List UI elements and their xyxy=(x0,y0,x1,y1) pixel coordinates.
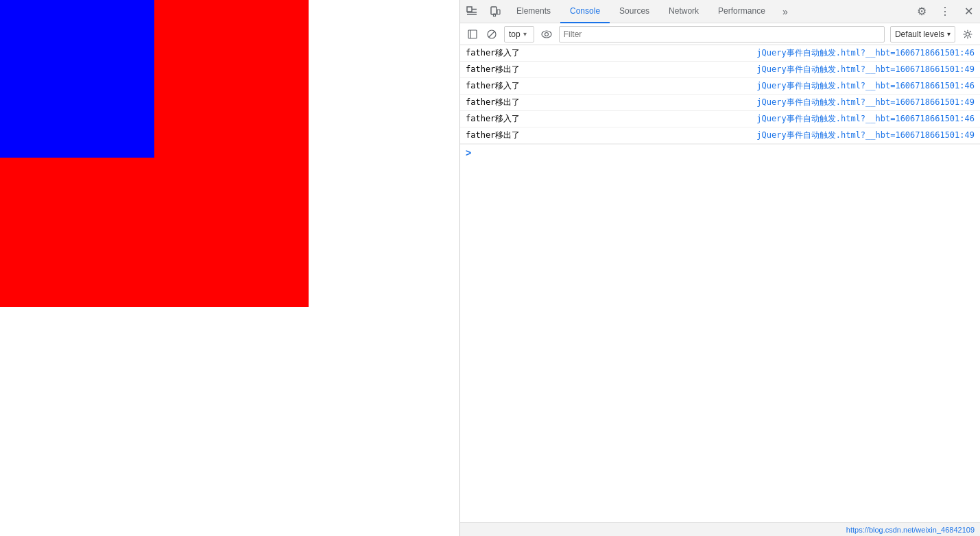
log-source[interactable]: jQuery事件自动触发.html?__hbt=1606718661501:46 xyxy=(756,113,980,125)
svg-rect-0 xyxy=(467,7,472,12)
log-message: father移出了 xyxy=(466,130,756,141)
log-message: father移入了 xyxy=(466,47,756,59)
svg-rect-4 xyxy=(491,7,497,14)
log-row: father移入了jQuery事件自动触发.html?__hbt=1606718… xyxy=(460,78,980,95)
tab-network[interactable]: Network xyxy=(659,0,708,23)
inspect-icon[interactable] xyxy=(460,0,483,23)
devtools-panel: Elements Console Sources Network Perform… xyxy=(459,0,980,536)
log-row: father移出了jQuery事件自动触发.html?__hbt=1606718… xyxy=(460,62,980,78)
log-row: father移入了jQuery事件自动触发.html?__hbt=1606718… xyxy=(460,45,980,62)
devtools-toolbar: Elements Console Sources Network Perform… xyxy=(460,0,980,23)
devtools-more-options-button[interactable]: ⋮ xyxy=(933,0,957,23)
log-message: father移入了 xyxy=(466,80,756,92)
tab-sources[interactable]: Sources xyxy=(610,0,659,23)
devtools-right-icons: ⚙ ⋮ ✕ xyxy=(910,0,980,23)
log-source[interactable]: jQuery事件自动触发.html?__hbt=1606718661501:49 xyxy=(756,130,980,141)
devtools-tabs: Elements Console Sources Network Perform… xyxy=(507,0,910,23)
log-message: father移入了 xyxy=(466,113,756,125)
log-source[interactable]: jQuery事件自动触发.html?__hbt=1606718661501:46 xyxy=(756,80,980,92)
log-row: father移入了jQuery事件自动触发.html?__hbt=1606718… xyxy=(460,111,980,127)
device-mode-icon[interactable] xyxy=(483,0,507,23)
log-source[interactable]: jQuery事件自动触发.html?__hbt=1606718661501:46 xyxy=(756,47,980,59)
console-settings-button[interactable] xyxy=(958,25,977,44)
svg-rect-5 xyxy=(494,14,496,16)
svg-point-11 xyxy=(542,31,551,38)
context-arrow: ▾ xyxy=(523,30,527,38)
log-row: father移出了jQuery事件自动触发.html?__hbt=1606718… xyxy=(460,95,980,111)
devtools-close-button[interactable]: ✕ xyxy=(957,0,980,23)
blue-box xyxy=(0,0,154,158)
console-prompt-arrow: > xyxy=(466,147,471,158)
default-levels-dropdown[interactable]: Default levels ▾ xyxy=(890,26,955,42)
status-url[interactable]: https://blog.csdn.net/weixin_46842109 xyxy=(846,526,975,534)
console-sidebar-toggle[interactable] xyxy=(463,25,482,44)
svg-point-12 xyxy=(545,32,548,36)
default-levels-label: Default levels xyxy=(895,29,944,39)
page-area xyxy=(0,0,459,536)
svg-line-10 xyxy=(489,31,495,37)
filter-input[interactable] xyxy=(559,26,885,42)
context-selector[interactable]: top ▾ xyxy=(504,26,534,42)
console-log: father移入了jQuery事件自动触发.html?__hbt=1606718… xyxy=(460,45,980,522)
log-source[interactable]: jQuery事件自动触发.html?__hbt=1606718661501:49 xyxy=(756,97,980,108)
svg-point-13 xyxy=(966,32,970,36)
svg-rect-6 xyxy=(497,10,500,14)
context-label: top xyxy=(509,29,521,39)
console-toolbar: top ▾ Default levels ▾ xyxy=(460,23,980,45)
tab-elements[interactable]: Elements xyxy=(507,0,560,23)
svg-rect-7 xyxy=(468,30,477,38)
log-row: father移出了jQuery事件自动触发.html?__hbt=1606718… xyxy=(460,127,980,144)
console-prompt-row[interactable]: > xyxy=(460,144,980,161)
tab-console[interactable]: Console xyxy=(560,0,610,23)
default-levels-arrow: ▾ xyxy=(947,30,951,38)
devtools-settings-button[interactable]: ⚙ xyxy=(910,0,933,23)
console-clear-button[interactable] xyxy=(482,25,501,44)
status-bar: https://blog.csdn.net/weixin_46842109 xyxy=(460,522,980,536)
log-message: father移出了 xyxy=(466,64,756,75)
log-source[interactable]: jQuery事件自动触发.html?__hbt=1606718661501:49 xyxy=(756,64,980,75)
more-tabs-button[interactable]: » xyxy=(775,0,796,23)
tab-performance[interactable]: Performance xyxy=(708,0,775,23)
eye-button[interactable] xyxy=(537,25,556,44)
log-message: father移出了 xyxy=(466,97,756,108)
